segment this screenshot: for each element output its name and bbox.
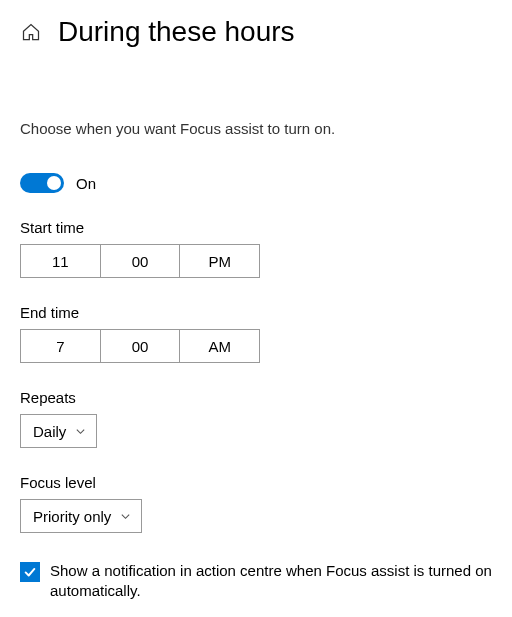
focus-level-group: Focus level Priority only (20, 474, 492, 533)
focus-level-value: Priority only (33, 508, 111, 525)
notification-checkbox-label: Show a notification in action centre whe… (50, 561, 492, 602)
repeats-group: Repeats Daily (20, 389, 492, 448)
description-text: Choose when you want Focus assist to tur… (20, 120, 492, 137)
toggle-state-label: On (76, 175, 96, 192)
end-hour-segment[interactable]: 7 (21, 330, 101, 362)
end-minute-segment[interactable]: 00 (101, 330, 181, 362)
start-meridiem-segment[interactable]: PM (180, 245, 259, 277)
repeats-value: Daily (33, 423, 66, 440)
focus-assist-toggle[interactable] (20, 173, 64, 193)
start-time-group: Start time 11 00 PM (20, 219, 492, 278)
page-header: During these hours (20, 16, 492, 48)
start-hour-segment[interactable]: 11 (21, 245, 101, 277)
end-meridiem-segment[interactable]: AM (180, 330, 259, 362)
end-time-group: End time 7 00 AM (20, 304, 492, 363)
home-icon[interactable] (20, 21, 42, 43)
focus-assist-toggle-row: On (20, 173, 492, 193)
start-time-picker[interactable]: 11 00 PM (20, 244, 260, 278)
chevron-down-icon (119, 510, 131, 522)
start-time-label: Start time (20, 219, 492, 236)
start-minute-segment[interactable]: 00 (101, 245, 181, 277)
notification-checkbox[interactable] (20, 562, 40, 582)
focus-level-dropdown[interactable]: Priority only (20, 499, 142, 533)
page-title: During these hours (58, 16, 295, 48)
repeats-dropdown[interactable]: Daily (20, 414, 97, 448)
chevron-down-icon (74, 425, 86, 437)
end-time-label: End time (20, 304, 492, 321)
repeats-label: Repeats (20, 389, 492, 406)
toggle-knob (47, 176, 61, 190)
end-time-picker[interactable]: 7 00 AM (20, 329, 260, 363)
focus-level-label: Focus level (20, 474, 492, 491)
notification-checkbox-row: Show a notification in action centre whe… (20, 561, 492, 602)
